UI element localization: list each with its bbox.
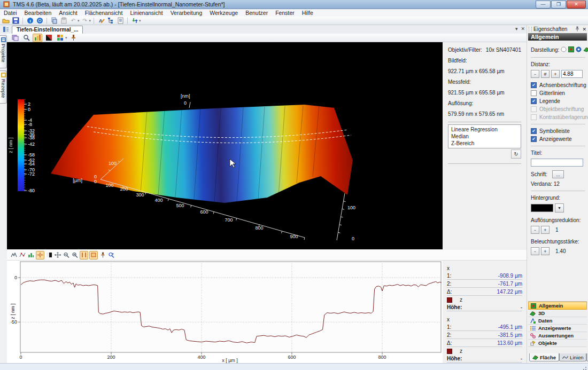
operation-item[interactable]: Z-Bereich [448, 140, 521, 147]
operation-item[interactable]: Median [448, 133, 521, 140]
nav-item-auswertungen[interactable]: Auswertungen [528, 332, 587, 340]
properties-header[interactable]: Eigenschaften ✕ [527, 25, 588, 33]
copy-view-icon[interactable] [10, 34, 20, 42]
nav-item-allgemein[interactable]: Allgemein [528, 302, 587, 310]
tab-document[interactable]: Tiefen-Einstellnormal_... [12, 26, 83, 34]
paste-icon[interactable] [59, 17, 68, 25]
checkbox-box[interactable]: ✔ [531, 82, 537, 88]
redo-icon[interactable]: ↷ [81, 17, 89, 25]
sidebar-tab-projekte[interactable]: Projekte [0, 35, 7, 68]
surface-3d-view[interactable]: z [ nm ] 20-4-8-32-36-38-42-58-62-64-70-… [7, 42, 443, 249]
panel-grip[interactable] [529, 27, 532, 32]
checkbox-legende[interactable]: ✔Legende [531, 98, 585, 104]
marker-band-icon[interactable] [89, 251, 98, 259]
checkbox-box[interactable]: ✔ [531, 136, 537, 142]
light-plus-button[interactable]: + [541, 247, 550, 255]
checkbox-box[interactable]: ✔ [531, 98, 537, 104]
import-export-icon[interactable] [130, 17, 139, 25]
pin-profile-icon[interactable] [99, 251, 106, 259]
nav-item-anzeigewerte[interactable]: Anzeigewerte [528, 325, 587, 332]
save-icon[interactable] [11, 17, 20, 25]
false-color-icon[interactable] [33, 34, 42, 42]
tab-linien[interactable]: Linien [559, 353, 586, 361]
open-file-icon[interactable] [2, 17, 10, 25]
distanz-plus-button[interactable]: + [551, 70, 560, 78]
close-button[interactable]: ✕ [567, 1, 586, 9]
contrast-icon[interactable] [45, 251, 53, 259]
profile-points-icon[interactable] [19, 251, 26, 259]
pin-panel-icon[interactable] [575, 26, 579, 33]
distanz-auto-button[interactable]: # [541, 70, 550, 78]
svg-text:500: 500 [176, 203, 184, 208]
view-3d-icon[interactable] [583, 46, 588, 53]
tree-view-icon[interactable] [106, 17, 115, 25]
copy-icon[interactable] [50, 17, 58, 25]
checkbox-symbolleiste[interactable]: ✔Symbolleiste [531, 128, 585, 134]
distanz-input[interactable] [561, 70, 583, 78]
menu-hilfe[interactable]: Hilfe [298, 9, 317, 17]
nav-item-objekte[interactable]: Objekte [528, 340, 587, 347]
menu-fenster[interactable]: Fenster [272, 9, 298, 17]
menu-benutzer[interactable]: Benutzer [242, 9, 272, 17]
sidebar-tab-rezepte[interactable]: Rezepte [0, 70, 7, 104]
menu-datei[interactable]: Datei [0, 9, 21, 17]
font-picker-button[interactable]: ... [552, 170, 564, 178]
resize-grip[interactable] [582, 365, 587, 370]
titel-input[interactable] [531, 159, 583, 167]
menu-verarbeitung[interactable]: Verarbeitung [167, 9, 206, 17]
menu-flaechenansicht[interactable]: Flächenansicht [81, 9, 127, 17]
resolution-plus-button[interactable]: + [541, 226, 550, 234]
maximize-button[interactable]: ❐ [551, 1, 566, 9]
operations-listbox[interactable]: Lineare Regression Median Z-Bereich [448, 124, 521, 148]
nav-item-3d[interactable]: 3D [528, 310, 587, 317]
undo-dropdown-icon[interactable]: ▾ [78, 19, 80, 23]
zoom-in-icon[interactable] [71, 251, 79, 259]
checkbox-gitterlinien[interactable]: Gitterlinien [531, 90, 585, 96]
rename-icon[interactable]: A [97, 17, 105, 25]
profile-chart[interactable]: 02004006008000-50 z [ nm ] x [ µm ] [7, 261, 443, 363]
undo-icon[interactable]: ↶ [69, 17, 78, 25]
menu-linienansicht[interactable]: Linienansicht [126, 9, 166, 17]
tab-close-icon[interactable]: ✕ [521, 26, 525, 32]
report-icon[interactable] [116, 17, 125, 25]
crosshair-marker-icon[interactable] [36, 251, 44, 259]
background-color-swatch[interactable] [531, 204, 553, 212]
contrast-overlay-icon[interactable] [44, 34, 53, 42]
toolbar-overflow-icon[interactable]: ▾ [139, 19, 141, 23]
view-mode-radio-on[interactable] [576, 46, 582, 53]
palette-dropdown-icon[interactable]: ▾ [65, 36, 67, 40]
pan-icon[interactable] [54, 251, 61, 259]
view-mode-radio-off[interactable] [561, 46, 567, 53]
distanz-minus-button[interactable]: - [531, 70, 539, 78]
operation-item[interactable]: Lineare Regression [448, 126, 521, 133]
menu-ansicht[interactable]: Ansicht [55, 9, 81, 17]
info-icon[interactable]: i [26, 17, 34, 25]
web-update-icon[interactable] [35, 17, 44, 25]
profile-view-icon[interactable] [10, 251, 18, 259]
light-minus-button[interactable]: - [531, 247, 539, 255]
zoom-view-icon[interactable] [21, 34, 31, 42]
redo-dropdown-icon[interactable]: ▾ [89, 19, 91, 23]
refresh-operations-button[interactable]: ↻ [511, 149, 521, 159]
checkbox-achsenbeschriftung[interactable]: ✔Achsenbeschriftung [531, 82, 585, 88]
checkbox-box[interactable] [531, 90, 537, 96]
menu-werkzeuge[interactable]: Werkzeuge [206, 9, 242, 17]
checkbox-box[interactable]: ✔ [531, 128, 537, 134]
close-panel-icon[interactable]: ✕ [582, 27, 586, 32]
background-color-dropdown[interactable]: ▼ [555, 203, 564, 212]
histogram-mode-icon[interactable] [27, 251, 35, 259]
palette-icon[interactable] [55, 34, 65, 42]
nav-item-daten[interactable]: Daten [528, 317, 587, 325]
resolution-minus-button[interactable]: - [531, 226, 539, 234]
zoom-out-icon[interactable] [63, 251, 70, 259]
marker-pair-icon[interactable] [80, 251, 88, 259]
tab-flaeche[interactable]: Fläche [529, 353, 559, 361]
dock-panel-icon[interactable] [2, 26, 10, 33]
zoom-region-icon[interactable] [107, 251, 115, 259]
pin-view-icon[interactable] [69, 34, 79, 42]
view-2d-icon[interactable] [568, 46, 574, 53]
menu-bearbeiten[interactable]: Bearbeiten [21, 9, 56, 17]
checkbox-anzeigewerte[interactable]: ✔Anzeigewerte [531, 136, 585, 142]
tab-list-dropdown-icon[interactable]: ▾ [515, 26, 518, 32]
minimize-button[interactable]: — [536, 1, 551, 9]
